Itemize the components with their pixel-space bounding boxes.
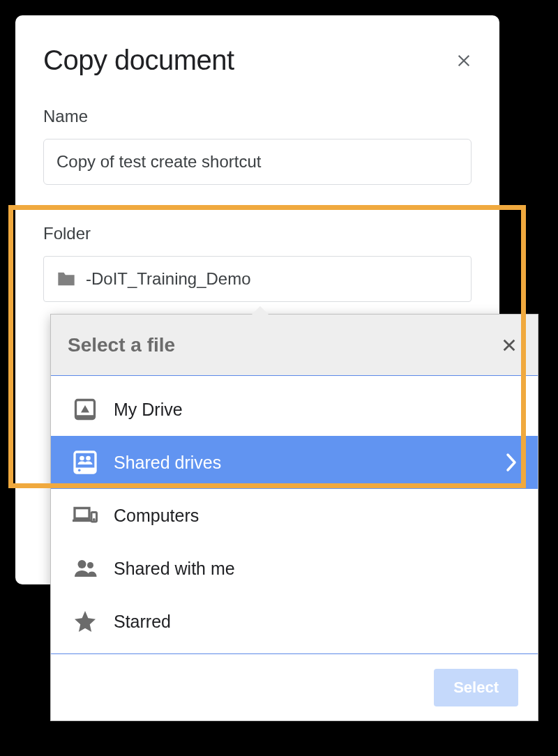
folder-label: Folder [43, 224, 472, 243]
name-input[interactable] [43, 139, 472, 185]
close-icon[interactable] [502, 338, 517, 353]
picker-item-label: Shared with me [114, 559, 235, 579]
dialog-header: Copy document [43, 45, 472, 76]
drive-icon [72, 396, 98, 423]
folder-icon [56, 271, 76, 287]
picker-list: My Drive Shared drives Computers Shared … [51, 376, 538, 653]
folder-input[interactable]: -DoIT_Training_Demo [43, 256, 472, 302]
svg-point-10 [87, 562, 93, 568]
picker-header: Select a file [51, 315, 538, 376]
shared-drives-icon [72, 449, 98, 476]
dialog-title: Copy document [43, 45, 234, 76]
svg-rect-5 [75, 468, 96, 474]
svg-point-9 [78, 560, 86, 568]
picker-item-label: Shared drives [114, 453, 221, 473]
name-label: Name [43, 107, 472, 126]
svg-point-4 [86, 456, 91, 461]
picker-item-computers[interactable]: Computers [51, 489, 538, 542]
svg-point-3 [80, 456, 84, 461]
picker-item-starred[interactable]: Starred [51, 595, 538, 648]
file-picker: Select a file My Drive Shared drives Co [50, 314, 538, 721]
picker-item-my-drive[interactable]: My Drive [51, 383, 538, 436]
close-icon[interactable] [456, 53, 472, 68]
shared-with-me-icon [72, 555, 98, 582]
star-icon [72, 608, 98, 635]
computers-icon [72, 502, 98, 529]
picker-item-label: Computers [114, 506, 199, 526]
svg-rect-1 [76, 416, 95, 419]
picker-footer: Select [51, 653, 538, 720]
folder-value: -DoIT_Training_Demo [86, 269, 251, 289]
select-button[interactable]: Select [434, 669, 518, 706]
chevron-right-icon [506, 453, 517, 472]
picker-item-label: My Drive [114, 400, 183, 420]
picker-item-shared-drives[interactable]: Shared drives [51, 436, 538, 489]
picker-item-label: Starred [114, 612, 171, 632]
folder-group: Folder -DoIT_Training_Demo [43, 224, 472, 302]
picker-title: Select a file [68, 334, 175, 356]
svg-point-8 [93, 519, 95, 520]
svg-point-6 [78, 469, 81, 471]
picker-item-shared-with-me[interactable]: Shared with me [51, 542, 538, 595]
